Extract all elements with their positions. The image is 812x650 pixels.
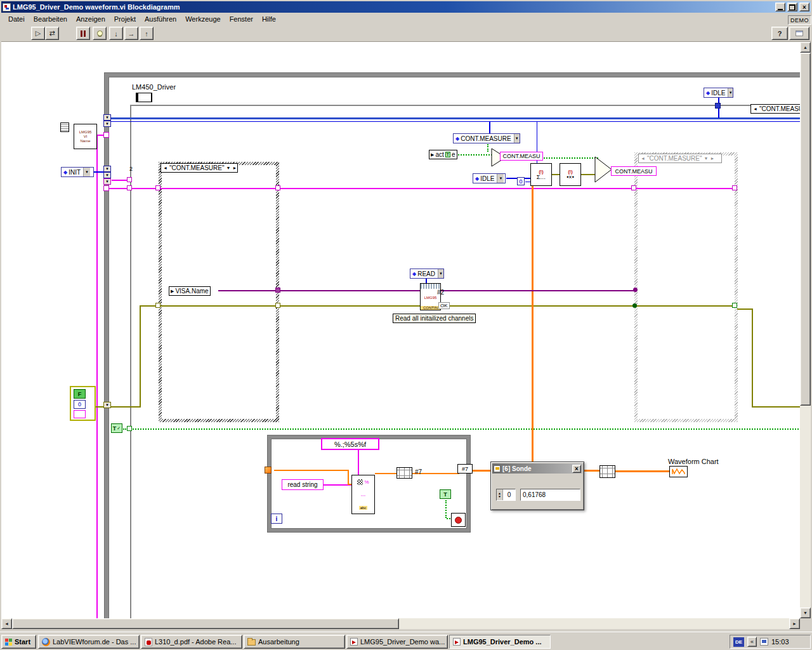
shift-register[interactable]: ▼ <box>103 114 111 121</box>
run-button[interactable]: ▷ <box>31 27 45 40</box>
task-button-pdf[interactable]: L310_d.pdf - Adobe Rea... <box>141 635 242 649</box>
probe-window[interactable]: [6] Sonde × ▲▼ 0 0,61768 <box>490 461 584 510</box>
step-over-button[interactable]: → <box>124 27 138 40</box>
wire-error[interactable] <box>752 308 753 408</box>
step-into-button[interactable]: ↓ <box>109 27 123 40</box>
menu-hilfe[interactable]: Hilfe <box>258 13 280 25</box>
boolean-false-constant[interactable]: F <box>74 389 86 399</box>
menu-fenster[interactable]: Fenster <box>225 13 258 25</box>
block-diagram-canvas[interactable]: ▼ ▼ ▼ ▼ ▼ ▼ LM450_Driver LMG95 <box>1 42 800 618</box>
case-structure-top-border[interactable] <box>130 105 800 106</box>
vertical-scroll-thumb[interactable] <box>800 53 811 406</box>
shift-register[interactable]: ▼ <box>103 172 111 178</box>
down-arrow-icon[interactable]: ▼ <box>498 495 501 498</box>
tunnel[interactable] <box>275 185 280 190</box>
window-titlebar[interactable]: LMG95_Driver_Demo waveform.vi Blockdiagr… <box>1 1 811 13</box>
wire-dbl[interactable] <box>348 470 349 485</box>
tray-icon[interactable] <box>760 638 768 646</box>
scroll-left-button[interactable]: ◄ <box>1 618 12 629</box>
subvi-icon[interactable] <box>136 93 152 102</box>
numeric-constant-zero[interactable]: 0 <box>517 177 525 185</box>
menu-projekt[interactable]: Projekt <box>110 13 140 25</box>
menu-bearbeiten[interactable]: Bearbeiten <box>29 13 72 25</box>
shift-register[interactable]: ▼ <box>103 178 111 185</box>
pause-button[interactable] <box>76 27 90 40</box>
error-sum-node[interactable]: (!) Σ… <box>530 163 552 186</box>
task-button-labview-2-active[interactable]: LMG95_Driver_Demo ... <box>449 635 551 649</box>
tunnel[interactable] <box>127 426 132 431</box>
vi-ref-icon[interactable] <box>60 123 69 132</box>
wire-error[interactable] <box>140 305 141 408</box>
waveform-chart-label[interactable]: Waveform Chart <box>668 458 719 465</box>
tunnel[interactable] <box>127 185 132 190</box>
run-continuous-button[interactable]: ⇄ <box>45 27 59 40</box>
case-selector-clipped[interactable]: ◄ "CONT.MEASU <box>750 104 800 114</box>
waveform-chart-terminal[interactable] <box>669 466 688 477</box>
step-out-button[interactable]: ↑ <box>140 27 154 40</box>
case-dropdown-icon[interactable]: ▼ <box>704 156 709 161</box>
task-button-labview-1[interactable]: LMG95_Driver_Demo wa... <box>346 635 448 649</box>
cluster-constant[interactable]: F 0 <box>70 386 96 421</box>
scan-from-string-node[interactable]: % ◦◦◦ abc <box>351 475 375 514</box>
read-enum[interactable]: ◆ READ ▼ <box>410 269 444 279</box>
wire-junction[interactable] <box>632 303 637 308</box>
case-index-label[interactable]: 2 <box>129 166 133 172</box>
start-button[interactable]: Start <box>1 635 36 649</box>
scroll-up-button[interactable]: ▲ <box>800 42 811 53</box>
active-local[interactable]: ▶ act T e <box>429 150 457 159</box>
select-node[interactable] <box>594 156 612 183</box>
restore-button[interactable] <box>787 3 797 11</box>
wire-numeric[interactable] <box>489 122 490 134</box>
element-count-label[interactable]: #7 <box>415 468 422 475</box>
wire-boolean[interactable] <box>123 428 800 430</box>
wire-dbl[interactable] <box>532 186 534 471</box>
wire-error[interactable] <box>737 308 753 310</box>
wire-string[interactable] <box>108 188 735 189</box>
error-clear-node[interactable]: (!) •×• <box>560 163 581 186</box>
demo-window-button[interactable] <box>789 27 809 40</box>
tunnel[interactable] <box>155 303 160 308</box>
prev-case-icon[interactable]: ◄ <box>163 166 167 170</box>
true-constant[interactable]: T ✓ <box>111 423 122 433</box>
tunnel[interactable] <box>275 288 280 293</box>
vertical-scrollbar[interactable]: ▲ ▼ <box>800 42 811 618</box>
loop-iteration-terminal[interactable]: i <box>271 514 282 524</box>
wire-boolean[interactable] <box>487 144 488 152</box>
highlight-execution-button[interactable] <box>93 27 107 40</box>
tunnel-indexed[interactable]: #7 <box>457 464 473 474</box>
loop-condition-terminal[interactable] <box>451 513 466 527</box>
next-case-icon[interactable]: ► <box>232 166 237 170</box>
case-dropdown-icon[interactable]: ▼ <box>226 166 231 170</box>
empty-string-constant[interactable] <box>74 410 86 418</box>
case-structure-disabled[interactable] <box>634 152 738 422</box>
menu-anzeigen[interactable]: Anzeigen <box>72 13 110 25</box>
shift-register[interactable]: ▼ <box>103 121 111 127</box>
menu-ausfuehren[interactable]: Ausführen <box>140 13 181 25</box>
string-constant[interactable]: CONT.MEASU <box>500 152 543 161</box>
wire-boolean[interactable] <box>454 154 492 156</box>
case-selector-disabled[interactable]: ◄ "CONT.MEASURE" ▼ ► <box>638 154 722 163</box>
idle-enum-top[interactable]: ◆ IDLE ▼ <box>704 88 733 98</box>
probe-index-spinner[interactable]: ▲▼ 0 <box>496 489 516 501</box>
build-array-node[interactable] <box>599 465 615 478</box>
init-enum-constant[interactable]: ◆ INIT ▼ <box>61 167 94 177</box>
tunnel[interactable] <box>732 303 737 308</box>
index-array-node[interactable] <box>396 467 412 479</box>
tray-chevron-button[interactable]: « <box>747 637 757 647</box>
context-help-button[interactable]: ? <box>771 27 788 40</box>
string-constant[interactable]: CONT.MEASU <box>611 166 657 176</box>
task-button-firefox[interactable]: LabVIEWforum.de - Das ... <box>38 635 140 649</box>
prev-case-icon[interactable]: ◄ <box>753 107 757 111</box>
diagram-comment[interactable]: Read all initailized channels <box>393 314 476 323</box>
ok-indicator[interactable]: OK <box>438 302 450 309</box>
tunnel[interactable] <box>631 185 636 190</box>
format-string-constant[interactable]: %.;%5s%f <box>321 438 379 450</box>
while-loop-label[interactable]: LM450_Driver <box>132 83 176 91</box>
shift-register[interactable]: ▼ <box>103 402 111 408</box>
numeric-constant[interactable]: 0 <box>74 400 86 409</box>
tunnel[interactable] <box>103 132 109 138</box>
horizontal-scrollbar[interactable]: ◄ ► <box>1 618 800 629</box>
menu-datei[interactable]: Datei <box>4 13 29 25</box>
tunnel[interactable] <box>715 103 721 109</box>
scroll-down-button[interactable]: ▼ <box>800 607 811 618</box>
